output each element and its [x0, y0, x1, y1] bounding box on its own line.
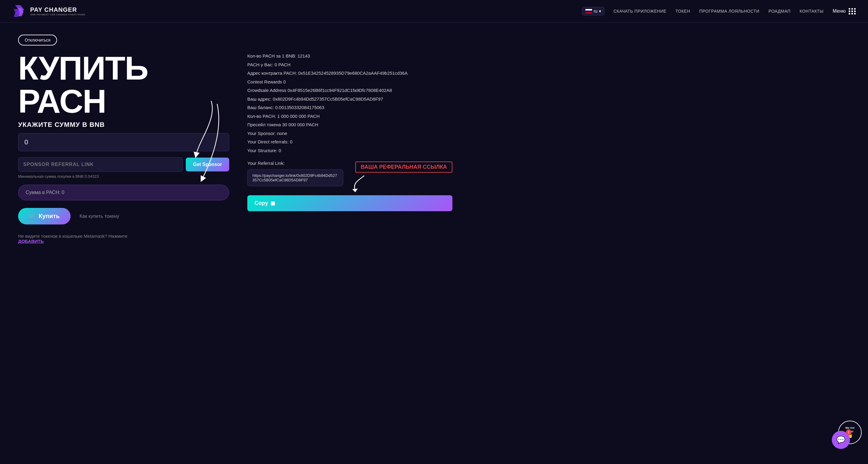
nav-token[interactable]: ТОКЕН: [676, 9, 690, 13]
info-row: Your Sponsor: none: [247, 130, 453, 137]
logo-area: PAY CHANGER ONE PAYMENT CAN CHANGE EVERY…: [12, 4, 85, 19]
nav-download[interactable]: СКАЧАТЬ ПРИЛОЖЕНИЕ: [614, 9, 666, 13]
buy-title: КУПИТЬ РАСН: [18, 52, 229, 118]
header: PAY CHANGER ONE PAYMENT CAN CHANGE EVERY…: [0, 0, 868, 23]
referral-link-label: Your Referral Link:: [247, 160, 343, 167]
referral-link-box-wrapper: https://paychanger.io/link/0x802D9Fc4b94…: [247, 169, 343, 186]
info-row: Кол-во РАСН: 1 000 000 000 РАСН: [247, 113, 453, 120]
referral-row: Get Sponsor: [18, 157, 229, 172]
info-row: Адрес контракта РАСН: 0x51E342524528935D…: [247, 70, 453, 77]
nav-roadmap[interactable]: РОАДМАП: [769, 9, 790, 13]
logo-title: PAY CHANGER: [30, 6, 85, 13]
notification-badge: 1: [846, 429, 851, 435]
svg-rect-5: [585, 12, 592, 13]
cart-icon: 🛒: [29, 213, 36, 220]
chat-widget: We Are Here! 👋 💬 1: [838, 420, 862, 458]
referral-arrow: [349, 174, 367, 192]
referral-link-area: Your Referral Link: https://paychanger.i…: [247, 160, 453, 192]
info-row: Your Direct referrals: 0: [247, 139, 453, 145]
referral-link-url: https://paychanger.io/link/0x802D9Fc4b94…: [247, 169, 343, 186]
info-row: Your Structure: 0: [247, 147, 453, 154]
action-row: 🛒 Купить Как купить токену: [18, 208, 229, 225]
buy-button-label: Купить: [39, 213, 60, 220]
referral-badge-container: ВАША РЕФЕРАЛЬНАЯ ССЫЛКА: [349, 162, 453, 192]
copy-icon: ▦: [271, 200, 275, 206]
info-row: Кол-во РАСН за 1 BNB: 12143: [247, 53, 453, 60]
logo-icon: [12, 4, 27, 19]
copy-button[interactable]: Copy ▦: [247, 195, 453, 211]
logo-sub: ONE PAYMENT CAN CHANGE EVERYTHING: [30, 13, 85, 16]
add-link-label: ДОБАВИТЬ: [18, 239, 44, 244]
logo-text: PAY CHANGER ONE PAYMENT CAN CHANGE EVERY…: [30, 6, 85, 16]
sponsor-referral-input[interactable]: [19, 158, 183, 171]
lang-button[interactable]: ru ▾: [582, 7, 604, 15]
info-row: Ваш баланс: 0.001350332084175063: [247, 104, 453, 111]
add-token-link[interactable]: ДОБАВИТЬ: [18, 239, 44, 244]
svg-text:We Are: We Are: [845, 426, 855, 429]
nav-loyalty[interactable]: ПРОГРАММА ЛОЯЛЬНОСТИ: [700, 9, 760, 13]
referral-box: [18, 157, 183, 172]
how-to-buy-link[interactable]: Как купить токену: [80, 213, 119, 219]
buy-button[interactable]: 🛒 Купить: [18, 208, 70, 225]
info-row: Пресейл токена 30 000 000 РАСН: [247, 122, 453, 128]
min-amount-text: Минимальная сумма покупки в BNB 0.04323: [18, 174, 229, 179]
lang-label: ru: [593, 9, 597, 13]
referral-link-section: Your Referral Link: https://paychanger.i…: [247, 160, 343, 186]
chevron-down-icon: ▾: [599, 9, 601, 13]
copy-button-label: Copy: [254, 200, 268, 206]
svg-rect-3: [585, 9, 592, 10]
info-table: Кол-во РАСН за 1 BNB: 12143 РАСН у Вас: …: [247, 53, 453, 154]
nav-contacts[interactable]: КОНТАКТЫ: [800, 9, 824, 13]
grid-menu-icon[interactable]: [849, 8, 856, 14]
metamask-hint: Не видите токенов в кошельке Metamask? Н…: [18, 233, 229, 244]
referral-badge: ВАША РЕФЕРАЛЬНАЯ ССЫЛКА: [355, 162, 453, 173]
menu-label: Меню: [833, 8, 846, 14]
chat-button[interactable]: 💬 1: [832, 431, 850, 449]
svg-rect-4: [585, 10, 592, 12]
svg-marker-6: [352, 189, 358, 192]
menu-area[interactable]: Меню: [833, 8, 856, 14]
right-panel: Кол-во РАСН за 1 BNB: 12143 РАСН у Вас: …: [247, 35, 453, 451]
info-row: Contest Rewards 0: [247, 79, 453, 86]
buy-subtitle: УКАЖИТЕ СУММУ В BNB: [18, 121, 229, 129]
flag-icon: [585, 9, 592, 13]
main-content: Отключиться КУПИТЬ РАСН УКАЖИТЕ СУММУ В …: [0, 23, 868, 463]
get-sponsor-button[interactable]: Get Sponsor: [186, 158, 229, 171]
left-panel: Отключиться КУПИТЬ РАСН УКАЖИТЕ СУММУ В …: [18, 35, 229, 451]
disconnect-button[interactable]: Отключиться: [18, 35, 57, 45]
info-row: Ваш адрес: 0x802D9Fc4b94Dd527357Cc5B05ef…: [247, 96, 453, 103]
info-row: РАСН у Вас: 0 РАСН: [247, 62, 453, 68]
nav-area: ru ▾ СКАЧАТЬ ПРИЛОЖЕНИЕ ТОКЕН ПРОГРАММА …: [582, 7, 824, 15]
chat-icon: 💬: [836, 436, 845, 444]
metamask-hint-text: Не видите токенов в кошельке Metamask? Н…: [18, 233, 127, 239]
pach-amount-box: Сумма в РАСН: 0: [18, 185, 229, 200]
bnb-amount-input[interactable]: [18, 133, 229, 151]
info-row: Crowdsale Address 0x4F8515e26B6f1cc94F92…: [247, 87, 453, 94]
